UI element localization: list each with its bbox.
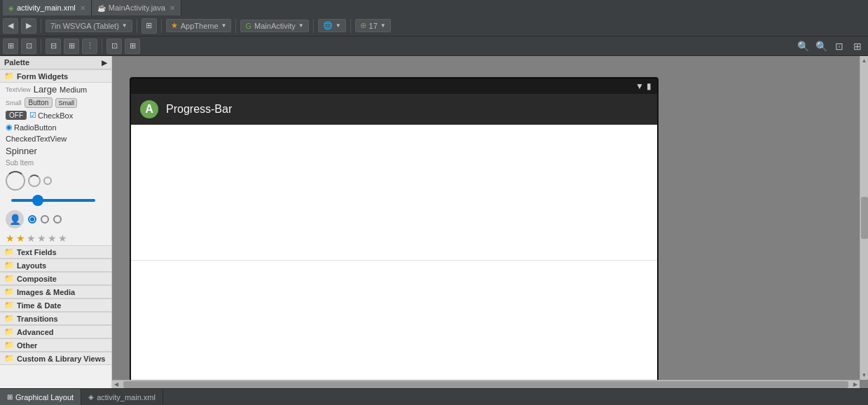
zoom-in-icon[interactable]: 🔍 [813,39,829,54]
tab-activity-main-xml-bottom[interactable]: ◈ activity_main.xml [81,389,163,405]
toggle-widget[interactable]: OFF [6,111,27,120]
palette-arrow[interactable]: ▶ [102,59,107,67]
section-time-date[interactable]: 📁 Time & Date [0,298,111,312]
tab-mainactivity-java[interactable]: ☕ MainActivity.java ✕ [92,0,181,15]
canvas-area[interactable]: ▼ ▮ A Progress-Bar [112,56,868,388]
theme-selector-dropdown[interactable]: ★ AppTheme ▼ [166,19,232,32]
ratingbar-widget[interactable]: ★ ★ ★ ★ ★ ★ [0,231,111,245]
zoom-in-btn2[interactable]: ⊞ [64,39,79,54]
toggle-view-btn[interactable]: ⊞ [3,39,18,54]
custom-library-label: Custom & Library Views [17,355,105,363]
scroll-thumb-horizontal[interactable] [123,381,848,388]
palette-scroll[interactable]: 📁 Form Widgets TextView Large Medium Sma… [0,69,111,388]
advanced-label: Advanced [17,328,54,336]
checkbox-widget[interactable]: ☑ CheckBox [29,111,73,120]
scroll-up-arrow[interactable]: ▲ [862,57,867,64]
zoom-actual-icon[interactable]: ⊞ [850,39,865,54]
radio-dot-empty-2 [53,215,62,224]
seekbar-thumb [32,195,43,206]
small-label: Small [6,99,22,107]
section-advanced[interactable]: 📁 Advanced [0,325,111,338]
avatar-row: 👤 [0,207,111,231]
xml-layout-icon: ◈ [88,393,94,401]
time-date-label: Time & Date [17,301,61,310]
resize-btn2[interactable]: ⊞ [125,39,140,54]
section-composite[interactable]: 📁 Composite [0,272,111,285]
radio-widget-row: ◉ RadioButton [0,121,111,133]
layouts-label: Layouts [17,261,46,270]
tab-close-button[interactable]: ✕ [80,4,85,12]
button-widget-row: Small Button Small [0,96,111,109]
checked-textview-widget[interactable]: CheckedTextView [6,135,67,143]
theme-selector-label: AppTheme [181,22,219,30]
device-content [131,125,657,388]
large-text-widget[interactable]: Large [34,84,57,95]
section-other[interactable]: 📁 Other [0,338,111,352]
zoom-fit-icon[interactable]: ⊡ [832,39,847,54]
seekbar-widget[interactable] [11,199,95,202]
folder-icon-images: 📁 [4,287,14,296]
progress-circle-tiny [43,177,52,185]
form-widgets-label: Form Widgets [17,72,68,81]
activity-selector-label: MainActivity [254,22,296,30]
fwd-btn[interactable]: ▶ [21,18,36,34]
sep2 [137,19,137,33]
xml-file-icon: ◈ [8,4,14,12]
sep4 [235,19,236,33]
tab-activity-main-xml[interactable]: ◈ activity_main.xml ✕ [3,0,92,15]
content-bottom-half [131,261,657,388]
tab-graphical-layout[interactable]: ⊞ Graphical Layout [0,389,81,405]
device-selector-dropdown[interactable]: 7in WSVGA (Tablet) ▼ [46,20,132,32]
horizontal-scrollbar[interactable]: ◀ ▶ [112,380,860,388]
palette-panel: Palette ▶ 📁 Form Widgets TextView Large … [0,56,112,388]
button-widget[interactable]: Button [25,97,53,108]
slider-container [0,193,111,207]
radio-dot-empty-1 [41,215,49,224]
scroll-down-arrow[interactable]: ▼ [862,372,867,378]
locale-dropdown[interactable]: 🌐 ▼ [318,19,346,32]
scroll-thumb-vertical[interactable] [861,197,868,239]
section-layouts[interactable]: 📁 Layouts [0,259,111,272]
back-btn[interactable]: ◀ [3,18,18,34]
globe-icon: 🌐 [323,21,333,30]
small-button-widget[interactable]: Small [55,98,77,108]
star-icon: ★ [171,21,178,30]
checkbox-checked-icon: ☑ [29,111,36,120]
zoom-out-icon[interactable]: 🔍 [795,39,811,54]
section-images-media[interactable]: 📁 Images & Media [0,285,111,298]
chevron-down-icon-4: ▼ [336,22,341,29]
radiobutton-widget[interactable]: ◉ RadioButton [6,123,57,132]
medium-text-widget[interactable]: Medium [60,85,87,94]
progress-container [0,168,111,193]
main-area: Palette ▶ 📁 Form Widgets TextView Large … [0,56,868,388]
folder-icon-text: 📁 [4,247,14,256]
vertical-scrollbar[interactable]: ▲ ▼ [860,56,868,380]
scroll-left-arrow[interactable]: ◀ [112,380,120,388]
progress-circle-small [28,174,41,187]
scroll-right-arrow[interactable]: ▶ [851,380,860,388]
section-transitions[interactable]: 📁 Transitions [0,312,111,325]
app-icon: A [139,99,159,119]
resize-btn[interactable]: ⊡ [106,39,122,54]
section-form-widgets[interactable]: 📁 Form Widgets [0,69,111,83]
section-text-fields[interactable]: 📁 Text Fields [0,245,111,259]
toggle-outline-btn[interactable]: ⊡ [21,39,36,54]
folder-icon-layouts: 📁 [4,261,14,270]
images-media-label: Images & Media [17,288,75,296]
graphical-layout-icon: ⊞ [7,393,13,401]
folder-icon-transitions: 📁 [4,314,14,323]
zoom-out-btn2[interactable]: ⊟ [46,39,61,54]
spinner-widget[interactable]: Spinner [6,146,37,156]
section-custom-library[interactable]: 📁 Custom & Library Views [0,352,111,365]
tab-close-button-java[interactable]: ✕ [170,4,175,12]
api-selector-dropdown[interactable]: ⊕ 17 ▼ [355,19,391,32]
activity-selector-dropdown[interactable]: G MainActivity ▼ [240,20,308,32]
portrait-btn[interactable]: ⊞ [142,18,157,34]
subitem-row: Sub Item [0,158,111,168]
svg-text:A: A [145,103,153,115]
star-empty-2: ★ [37,233,46,244]
device-selector-label: 7in WSVGA (Tablet) [50,22,119,30]
grid-btn[interactable]: ⋮ [82,39,97,54]
text-fields-label: Text Fields [17,248,57,256]
composite-label: Composite [17,275,57,283]
